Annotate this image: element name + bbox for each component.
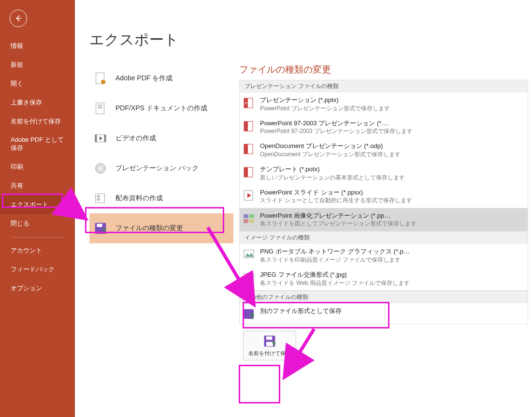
svg-rect-30: [249, 219, 254, 223]
nav-separator: [11, 237, 64, 238]
file-type-item[interactable]: JPEG ファイル交換形式 (*.jpg)各スライドを Web 用品質イメージ …: [240, 267, 528, 290]
file-type-icon: [243, 248, 255, 261]
file-type-item[interactable]: PowerPoint スライド ショー (*.ppsx)スライド ショーとして自…: [240, 185, 528, 208]
svg-point-1: [101, 80, 105, 84]
file-type-item[interactable]: 別のファイル形式として保存: [240, 303, 528, 324]
nav-item[interactable]: 開く: [0, 74, 75, 93]
export-options-list: Adobe PDF を作成PDF/XPS ドキュメントの作成ビデオの作成プレゼン…: [89, 63, 233, 360]
file-type-title: PowerPoint 画像化プレゼンテーション (*.pp…: [260, 211, 523, 220]
file-type-desc: PowerPoint プレゼンテーション形式で保存します: [260, 104, 523, 112]
svg-rect-24: [244, 167, 248, 177]
svg-rect-20: [244, 121, 248, 131]
export-option[interactable]: PDF/XPS ドキュメントの作成: [89, 93, 233, 123]
svg-point-10: [99, 167, 102, 170]
nav-item[interactable]: Adobe PDF として保存: [0, 131, 75, 158]
file-type-icon: [243, 189, 255, 202]
file-type-icon: P: [243, 97, 255, 109]
export-option[interactable]: ファイルの種類の変更: [89, 213, 233, 243]
file-type-icon: [243, 308, 255, 320]
svg-point-35: [246, 275, 248, 277]
save-icon: [263, 334, 276, 348]
save-as-label: 名前を付けて保存: [248, 350, 291, 357]
handout-icon: [93, 191, 108, 206]
pdfxps-icon: [93, 101, 108, 116]
pdf-icon: [93, 71, 108, 86]
group-header: その他のファイルの種類: [239, 291, 528, 303]
svg-rect-13: [97, 198, 101, 201]
svg-rect-38: [266, 336, 272, 340]
file-type-item[interactable]: OpenDocument プレゼンテーション (*.odp)OpenDocume…: [240, 138, 528, 162]
export-option-label: 配布資料の作成: [115, 194, 163, 203]
export-option-label: ファイルの種類の変更: [115, 224, 183, 233]
svg-rect-29: [244, 219, 248, 223]
nav-item[interactable]: フィードバック: [0, 260, 75, 279]
video-icon: [93, 131, 108, 146]
export-option[interactable]: 配布資料の作成: [89, 183, 233, 213]
backstage-sidebar: 情報新規開く上書き保存名前を付けて保存Adobe PDF として保存印刷共有エク…: [0, 0, 75, 417]
export-option-label: PDF/XPS ドキュメントの作成: [115, 104, 207, 113]
nav-item[interactable]: 新規: [0, 56, 75, 74]
file-type-desc: PowerPoint 97-2003 プレゼンテーション形式で保存します: [260, 127, 523, 135]
group-header: プレゼンテーション ファイルの種類: [239, 80, 528, 92]
file-type-icon: [243, 166, 255, 179]
svg-text:P: P: [245, 101, 247, 105]
svg-rect-39: [266, 342, 273, 346]
file-type-icon: [243, 212, 255, 225]
file-type-title: PowerPoint 97-2003 プレゼンテーション (*.…: [260, 119, 523, 128]
main-panel: エクスポート Adobe PDF を作成PDF/XPS ドキュメントの作成ビデオ…: [75, 0, 532, 417]
file-type-panel: ファイルの種類の変更 プレゼンテーション ファイルの種類Pプレゼンテーション (…: [233, 63, 532, 360]
file-type-desc: 各スライドを印刷品質イメージ ファイルで保存します: [260, 256, 523, 264]
nav-item[interactable]: エクスポート: [0, 195, 75, 214]
svg-rect-6: [95, 135, 97, 142]
export-option-label: プレゼンテーション パック: [115, 164, 199, 173]
file-type-item[interactable]: Pプレゼンテーション (*.pptx)PowerPoint プレゼンテーション形…: [240, 92, 528, 116]
file-type-item[interactable]: PNG ポータブル ネットワーク グラフィックス (*.p…各スライドを印刷品質…: [240, 244, 528, 267]
file-type-icon: [243, 143, 255, 155]
page-title: エクスポート: [75, 0, 532, 63]
nav-item[interactable]: オプション: [0, 279, 75, 298]
nav-item[interactable]: 印刷: [0, 158, 75, 177]
nav-item[interactable]: 情報: [0, 37, 75, 56]
nav-item[interactable]: 名前を付けて保存: [0, 112, 75, 131]
export-option[interactable]: プレゼンテーション パック: [89, 153, 233, 183]
file-type-title: OpenDocument プレゼンテーション (*.odp): [260, 142, 523, 150]
file-type-title: プレゼンテーション (*.pptx): [260, 96, 523, 104]
file-type-desc: スライド ショーとして自動的に再生する形式で保存します: [260, 196, 523, 204]
file-type-desc: OpenDocument プレゼンテーション形式で保存します: [260, 150, 523, 158]
export-option-label: Adobe PDF を作成: [115, 74, 173, 83]
file-type-icon: [243, 120, 255, 133]
file-type-title: テンプレート (*.potx): [260, 165, 523, 174]
save-as-button[interactable]: 名前を付けて保存: [243, 331, 296, 360]
file-type-desc: 各スライドを図としてプレゼンテーション形式で保存します: [260, 220, 523, 227]
nav-item[interactable]: 閉じる: [0, 214, 75, 233]
file-type-item[interactable]: テンプレート (*.potx)新しいプレゼンテーションの基本形式として保存します: [240, 162, 528, 185]
export-option[interactable]: ビデオの作成: [89, 123, 233, 153]
export-option-label: ビデオの作成: [115, 134, 156, 143]
file-type-item[interactable]: PowerPoint 画像化プレゼンテーション (*.pp…各スライドを図として…: [240, 208, 528, 231]
svg-rect-27: [244, 214, 248, 218]
svg-rect-28: [249, 214, 254, 218]
svg-rect-12: [97, 195, 101, 197]
back-button[interactable]: [10, 10, 27, 27]
svg-rect-3: [98, 105, 102, 106]
svg-rect-15: [97, 224, 102, 227]
file-type-title: JPEG ファイル交換形式 (*.jpg): [260, 270, 523, 279]
svg-rect-7: [104, 135, 106, 142]
package-icon: [93, 161, 108, 176]
file-type-desc: 各スライドを Web 用品質イメージ ファイルで保存します: [260, 279, 523, 287]
arrow-left-icon: [14, 14, 23, 23]
file-type-title: PowerPoint スライド ショー (*.ppsx): [260, 188, 523, 197]
section-heading: ファイルの種類の変更: [239, 63, 528, 80]
nav-item[interactable]: アカウント: [0, 241, 75, 260]
nav-item[interactable]: 上書き保存: [0, 93, 75, 112]
filetype-icon: [93, 221, 108, 236]
file-type-title: PNG ポータブル ネットワーク グラフィックス (*.p…: [260, 247, 523, 256]
file-type-item[interactable]: PowerPoint 97-2003 プレゼンテーション (*.…PowerPo…: [240, 116, 528, 139]
export-option[interactable]: Adobe PDF を作成: [89, 63, 233, 93]
file-type-icon: [243, 271, 255, 284]
svg-rect-4: [98, 107, 102, 108]
nav-item[interactable]: 共有: [0, 177, 75, 195]
file-type-title: 別のファイル形式として保存: [260, 307, 523, 315]
svg-rect-22: [244, 144, 248, 154]
file-type-desc: 新しいプレゼンテーションの基本形式として保存します: [260, 174, 523, 181]
